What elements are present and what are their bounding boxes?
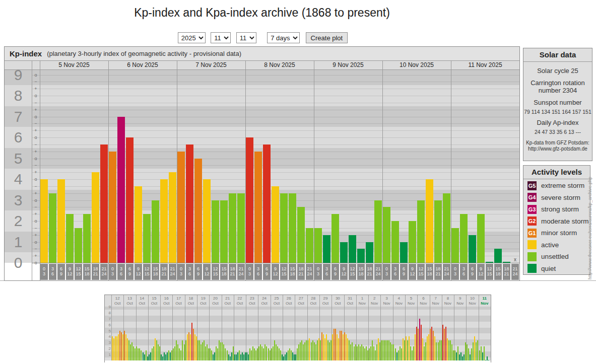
overview-kp-bar bbox=[344, 332, 345, 360]
overview-kp-bar bbox=[364, 348, 365, 360]
kp-bar bbox=[203, 179, 211, 263]
overview-date-label: 31Oct bbox=[344, 296, 356, 306]
interval-label: 1215 bbox=[349, 264, 356, 280]
overview-kp-bar bbox=[385, 340, 386, 360]
interval-label: 912 bbox=[135, 264, 142, 280]
overview-date-label: 25Oct bbox=[271, 296, 283, 306]
interval-label: 36 bbox=[117, 264, 125, 280]
overview-kp-bar bbox=[185, 340, 186, 360]
overview-kp-bar bbox=[138, 348, 139, 360]
overview-kp-bar bbox=[131, 342, 133, 360]
overview-kp-bar bbox=[390, 342, 391, 360]
kp-gridline bbox=[32, 89, 519, 89]
date-label: 5 Nov 2025 bbox=[40, 61, 108, 70]
ap-index-values: 24 47 33 35 6 13 --- bbox=[523, 129, 592, 135]
chart-title: Kp-index bbox=[10, 49, 42, 58]
overview-kp-bar bbox=[398, 350, 399, 360]
activity-level-label: unsettled bbox=[541, 253, 569, 260]
interval-label: 1821 bbox=[434, 264, 442, 280]
overview-kp-bar bbox=[146, 350, 147, 360]
kp-bar bbox=[314, 228, 322, 263]
g5-swatch-icon: G5 bbox=[527, 181, 537, 190]
overview-kp-bar bbox=[462, 356, 463, 360]
y-axis-number: 9 bbox=[7, 67, 30, 83]
overview-kp-bar bbox=[277, 346, 278, 360]
overview-kp-bar bbox=[234, 354, 235, 360]
overview-kp-bar bbox=[412, 350, 413, 360]
overview-kp-bar bbox=[406, 336, 407, 360]
overview-y-number: 8 bbox=[105, 311, 111, 315]
activity-level-label: strong storm bbox=[541, 205, 579, 213]
date-label: 9 Nov 2025 bbox=[314, 61, 382, 70]
overview-kp-bar bbox=[161, 354, 162, 360]
overview-date-label: 19Oct bbox=[197, 296, 209, 306]
overview-y-number: 9 bbox=[105, 305, 111, 309]
activity-level-label: severe storm bbox=[541, 194, 580, 201]
month-select[interactable]: 11 bbox=[211, 32, 231, 43]
interval-label: 1215 bbox=[486, 264, 493, 280]
kp-bar bbox=[306, 228, 313, 263]
overview-kp-bar bbox=[190, 334, 191, 360]
x-axis-baseline bbox=[32, 263, 519, 263]
overview-kp-bar bbox=[424, 346, 425, 360]
overview-kp-bar bbox=[188, 332, 189, 360]
overview-kp-bar bbox=[396, 352, 398, 360]
overview-kp-bar bbox=[370, 346, 371, 360]
overview-kp-bar bbox=[155, 338, 156, 360]
range-select[interactable]: 7 days bbox=[267, 32, 300, 43]
overview-kp-bar bbox=[130, 344, 131, 360]
overview-kp-bar bbox=[312, 340, 313, 360]
kp-bar bbox=[340, 242, 348, 263]
kp-bar bbox=[477, 214, 485, 263]
y-axis-tick: − bbox=[32, 121, 40, 126]
overview-kp-bar bbox=[479, 350, 480, 360]
overview-date-label: 13Oct bbox=[123, 296, 136, 306]
interval-label: 36 bbox=[186, 264, 193, 280]
kp-bar bbox=[409, 221, 416, 263]
y-axis-tick: − bbox=[32, 226, 40, 231]
year-select[interactable]: 2025 bbox=[178, 32, 206, 43]
overview-kp-bar bbox=[470, 354, 471, 360]
solar-cycle: Solar cycle 25 bbox=[523, 67, 592, 75]
overview-kp-bar bbox=[286, 352, 287, 360]
overview-kp-bar bbox=[413, 346, 414, 360]
create-plot-button[interactable]: Create plot bbox=[306, 32, 348, 43]
overview-kp-bar bbox=[326, 334, 327, 360]
interval-label: 1821 bbox=[229, 264, 236, 280]
interval-label: 69 bbox=[57, 264, 65, 280]
overview-kp-bar bbox=[273, 346, 274, 360]
overview-kp-bar bbox=[352, 342, 353, 360]
interval-label: 1215 bbox=[417, 264, 425, 280]
overview-kp-bar bbox=[337, 334, 338, 360]
overview-kp-bar bbox=[334, 329, 335, 360]
overview-kp-bar bbox=[369, 348, 370, 360]
interval-label: 36 bbox=[49, 264, 56, 280]
interval-label: 1215 bbox=[143, 264, 151, 280]
sunspot-number-title: Sunspot number bbox=[523, 99, 592, 106]
interval-label: 36 bbox=[254, 264, 262, 280]
kp-bar bbox=[451, 228, 459, 263]
y-axis-tick: + bbox=[32, 170, 40, 175]
overview-kp-bar bbox=[283, 356, 284, 360]
overview-y-number: 1 bbox=[105, 352, 111, 357]
y-axis-number: 4 bbox=[7, 172, 30, 187]
overview-kp-bar bbox=[139, 348, 140, 360]
overview-kp-bar bbox=[350, 344, 351, 360]
overview-date-label: 9Nov bbox=[454, 296, 466, 306]
interval-label: 03 bbox=[314, 264, 322, 280]
day-select[interactable]: 11 bbox=[236, 32, 256, 43]
kp-bar bbox=[229, 193, 236, 263]
overview-kp-bar bbox=[373, 346, 374, 360]
kp-bar bbox=[434, 200, 442, 263]
overview-kp-bar bbox=[378, 338, 379, 360]
interval-label: 1518 bbox=[83, 264, 91, 280]
interval-label: 912 bbox=[66, 264, 74, 280]
overview-kp-bar bbox=[216, 346, 217, 360]
active-swatch-icon bbox=[527, 240, 537, 249]
activity-level-row: G2moderate storm bbox=[527, 215, 590, 227]
kp-bar bbox=[212, 200, 219, 263]
overview-kp-bar bbox=[291, 350, 292, 360]
overview-kp-bar bbox=[230, 356, 231, 360]
overview-kp-bar bbox=[403, 338, 404, 360]
overview-kp-bar bbox=[436, 342, 437, 360]
